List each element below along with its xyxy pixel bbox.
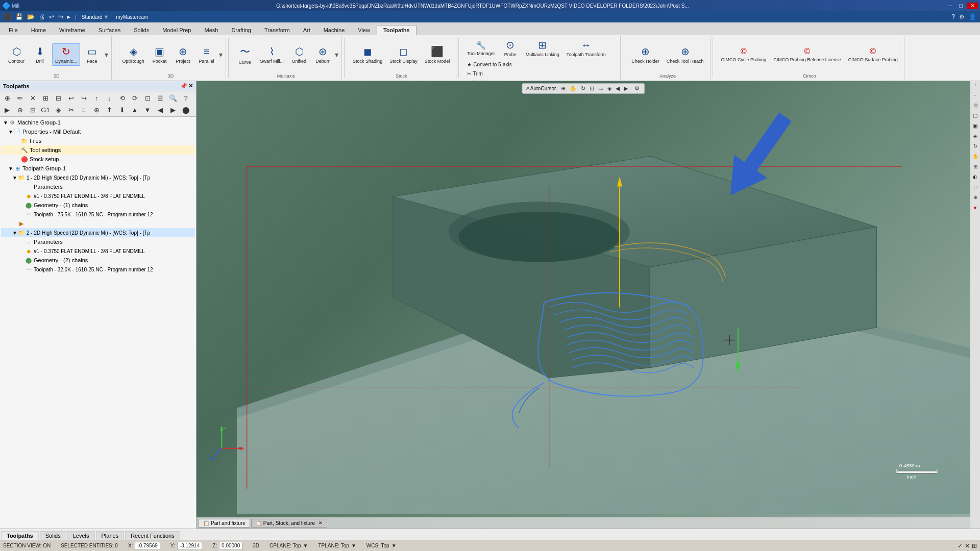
stock-shading-button[interactable]: ◼ Stock Shading	[350, 43, 385, 66]
tree-tool-settings[interactable]: 🔨 Tool settings	[1, 145, 195, 155]
panel-rotate-left-button[interactable]: ⟲	[116, 92, 128, 104]
tab-toolpaths[interactable]: Toolpaths	[1, 531, 39, 540]
tab-machine[interactable]: Machine	[317, 25, 352, 35]
panel-help-button[interactable]: ?	[180, 92, 192, 104]
tab-surfaces[interactable]: Surfaces	[92, 25, 127, 35]
tab-drafting[interactable]: Drafting	[225, 25, 258, 35]
qat-save[interactable]: 💾	[14, 13, 24, 21]
qat-run[interactable]: ▸	[66, 13, 72, 21]
stock-display-button[interactable]: ◻ Stock Display	[386, 43, 421, 66]
expand-tp1[interactable]: ▼	[12, 175, 17, 181]
rt-zoom-in[interactable]: +	[971, 82, 980, 91]
rt-shade[interactable]: ◐	[971, 174, 980, 183]
viewport-tab-part-stock[interactable]: 📋 Part, Stock, and fixture ✕	[251, 519, 327, 528]
check-holder-button[interactable]: ⊕ Check Holder	[628, 43, 663, 66]
unified-button[interactable]: ⬡ Unified	[288, 43, 310, 66]
pocket-button[interactable]: ▣ Pocket	[149, 43, 171, 66]
panel-group-button[interactable]: ⊞	[39, 92, 52, 104]
deburr-button[interactable]: ⊛ Deburr	[311, 43, 334, 66]
tree-properties[interactable]: ▼ 📄 Properties - Mill Default	[1, 127, 195, 136]
check-tool-reach-button[interactable]: ⊕ Check Tool Reach	[664, 43, 707, 66]
tree-machine-group[interactable]: ▼ ⚙ Machine Group-1	[1, 118, 195, 127]
tab-solids[interactable]: Solids	[127, 25, 156, 35]
tree-tp1-params[interactable]: ≡ Parameters	[1, 182, 195, 191]
panel-rotate-right-button[interactable]: ⟳	[129, 92, 141, 104]
rt-zoom-out[interactable]: −	[971, 92, 980, 102]
cimco-probing-release-button[interactable]: © CIMCO Probing Release License	[770, 45, 844, 64]
tree-toolpath-group[interactable]: ▼ ⊞ Toolpath Group-1	[1, 164, 195, 173]
panel-close-button[interactable]: ✕	[188, 83, 193, 89]
tab-art[interactable]: Art	[297, 25, 317, 35]
qat-open[interactable]: 📂	[26, 13, 36, 21]
panel-pin-button[interactable]: 📌	[180, 83, 187, 89]
panel-edit-button[interactable]: ✏	[14, 92, 26, 104]
convert-5axis-button[interactable]: ★ Convert to 5-axis	[464, 60, 515, 69]
vp-settings-button[interactable]: ⚙	[633, 85, 641, 92]
dynamic-button[interactable]: ↻ Dynamic...	[52, 43, 80, 66]
panel-new-button[interactable]: ⊕	[1, 92, 13, 104]
expand-properties[interactable]: ▼	[8, 129, 13, 135]
panel-btn-r2-9[interactable]: ⬆	[103, 104, 115, 115]
panel-ungroup-button[interactable]: ⊟	[52, 92, 64, 104]
account-button[interactable]: 👤	[967, 13, 978, 21]
parallel-button[interactable]: ≡ Parallel	[195, 44, 218, 66]
tree-stock-setup[interactable]: 🔴 Stock setup	[1, 155, 195, 164]
tool-manager-button[interactable]: 🔧 Tool Manager	[464, 38, 498, 58]
tree-tp1-tool[interactable]: ◆ #1 - 0.3750 FLAT ENDMILL - 3/8 FLAT EN…	[1, 191, 195, 201]
vp-fit-button[interactable]: ⊡	[588, 85, 596, 92]
vp-wireframe-button[interactable]: ▭	[597, 85, 605, 92]
tab-wireframe[interactable]: Wireframe	[53, 25, 92, 35]
rt-wire[interactable]: ◻	[971, 184, 980, 193]
tree-tp1[interactable]: ▼ 📁 1 - 2D High Speed (2D Dynamic Mi) - …	[1, 173, 195, 182]
cplane-dropdown[interactable]: ▼	[303, 543, 308, 548]
face-button[interactable]: ▭ Face	[81, 43, 104, 66]
panel-btn-r2-11[interactable]: ▲	[129, 104, 141, 115]
expand-machine[interactable]: ▼	[3, 120, 8, 126]
multiaxis-linking-button[interactable]: ⊞ Multiaxis Linking	[523, 37, 562, 59]
tab-toolpaths[interactable]: Toolpaths	[377, 25, 416, 35]
vp-front-button[interactable]: ▶	[622, 85, 629, 92]
panel-menu-button[interactable]: ☰	[154, 92, 166, 104]
maximize-button[interactable]: □	[957, 3, 965, 9]
panel-down-button[interactable]: ↓	[103, 92, 115, 104]
viewport[interactable]: ↗ AutoCursor | ⊕ ✋ ↻ ⊡ ▭ ◈ ◀ ▶ | ⚙	[197, 81, 970, 529]
panel-btn-r2-12[interactable]: ▼	[141, 104, 154, 115]
qat-new[interactable]: ⬛	[2, 13, 13, 21]
rt-iso[interactable]: ◈	[971, 133, 980, 142]
tree-tp1-geo[interactable]: ⬤ Geometry - (1) chains	[1, 201, 195, 210]
panel-btn-r2-5[interactable]: ◈	[52, 104, 64, 115]
panel-btn-r2-15[interactable]: ⬤	[180, 104, 192, 115]
cimco-cycle-probing-button[interactable]: © CIMCO Cycle Probing	[718, 45, 770, 64]
rt-front[interactable]: ▢	[971, 113, 980, 122]
panel-undo-button[interactable]: ↩	[65, 92, 77, 104]
panel-btn-r2-13[interactable]: ◀	[154, 104, 166, 115]
trim-button[interactable]: ✂ Trim	[464, 69, 515, 78]
tab-mesh[interactable]: Mesh	[198, 25, 225, 35]
vp-pan-button[interactable]: ✋	[568, 85, 578, 92]
swarf-button[interactable]: ⌇ Swarf Mill...	[257, 43, 287, 66]
drill-button[interactable]: ⬇ Drill	[29, 43, 51, 66]
contour-button[interactable]: ⬡ Contour	[5, 43, 28, 66]
tab-recent-functions[interactable]: Recent Functions	[125, 531, 180, 540]
probe-button[interactable]: ⊙ Probe	[499, 37, 522, 59]
curve-button[interactable]: 〜 Curve	[234, 43, 256, 67]
help-button[interactable]: ?	[950, 13, 957, 21]
panel-btn-r2-4[interactable]: G1	[39, 104, 52, 115]
project-button[interactable]: ⊕ Project	[172, 43, 194, 66]
viewport-tab-close[interactable]: ✕	[318, 520, 323, 525]
rt-top[interactable]: ⊡	[971, 103, 980, 112]
panel-delete-button[interactable]: ✕	[27, 92, 39, 104]
rt-fit[interactable]: ⊞	[971, 164, 980, 173]
tree-tp1-nc[interactable]: 〰 Toolpath - 75.5K - 1610-25.NC - Progra…	[1, 210, 195, 219]
panel-up-button[interactable]: ↑	[90, 92, 103, 104]
expand-toolpath-group[interactable]: ▼	[8, 166, 13, 171]
3d-expand-button[interactable]: ▾	[219, 51, 223, 59]
tab-planes[interactable]: Planes	[96, 531, 125, 540]
qat-undo[interactable]: ↩	[47, 13, 56, 21]
tree-tp2-params[interactable]: ≡ Parameters	[1, 237, 195, 246]
panel-btn-r2-7[interactable]: ≡	[78, 104, 90, 115]
toolpath-transform-button[interactable]: ↔ Toolpath Transform	[564, 37, 609, 59]
wcs-dropdown[interactable]: ▼	[391, 543, 397, 548]
panel-btn-r2-2[interactable]: ⊕	[14, 104, 26, 115]
options-button[interactable]: ⚙	[958, 13, 966, 21]
